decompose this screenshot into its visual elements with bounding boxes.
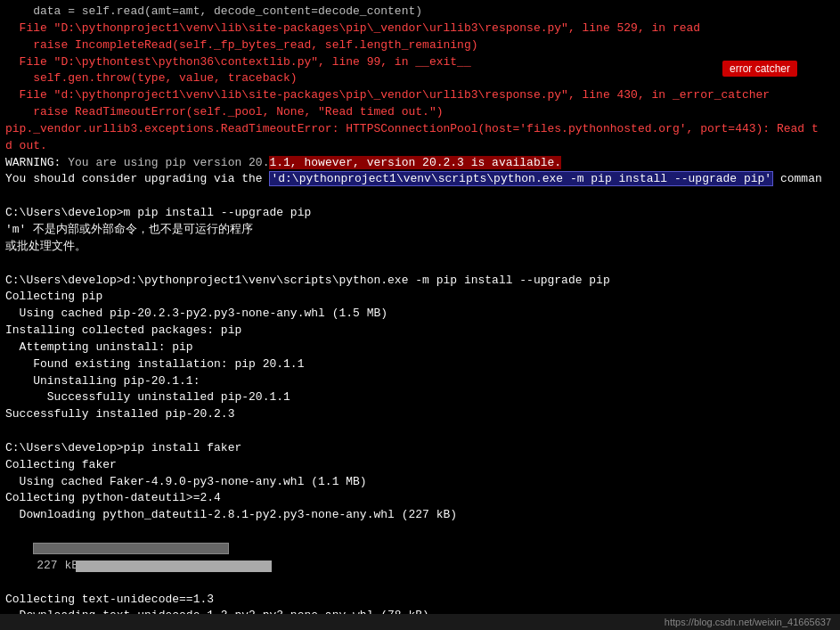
terminal-line: Found existing installation: pip 20.1.1 xyxy=(5,356,835,373)
terminal-line: d out. xyxy=(5,138,835,155)
terminal-line: Using cached pip-20.2.3-py2.py3-none-any… xyxy=(5,306,835,323)
terminal-line: Uninstalling pip-20.1.1: xyxy=(5,373,835,390)
terminal-line-warning2: You should consider upgrading via the 'd… xyxy=(5,171,835,188)
terminal-line: raise ReadTimeoutError(self._pool, None,… xyxy=(5,104,835,121)
terminal-line-warning1: WARNING: You are using pip version 20.1.… xyxy=(5,155,835,172)
terminal-line: 'm' 不是内部或外部命令，也不是可运行的程序 xyxy=(5,222,835,239)
terminal-line: Using cached Faker-4.9.0-py3-none-any.wh… xyxy=(5,474,835,491)
terminal-line: self.gen.throw(type, value, traceback) xyxy=(5,70,835,87)
terminal-line xyxy=(5,188,835,205)
terminal: error catcher data = self.read(amt=amt, … xyxy=(0,0,840,630)
terminal-line xyxy=(5,256,835,273)
terminal-line: 或批处理文件。 xyxy=(5,239,835,256)
terminal-line: Collecting pip xyxy=(5,289,835,306)
bottom-bar: https://blog.csdn.net/weixin_41665637 xyxy=(0,614,840,630)
terminal-line: C:\Users\develop>d:\pythonproject1\venv\… xyxy=(5,273,835,290)
terminal-line: Successfully uninstalled pip-20.1.1 xyxy=(5,389,835,406)
error-catcher-badge: error catcher xyxy=(722,61,797,77)
terminal-line: Attempting uninstall: pip xyxy=(5,340,835,356)
terminal-line: pip._vendor.urllib3.exceptions.ReadTimeo… xyxy=(5,121,835,138)
terminal-line: Downloading python_dateutil-2.8.1-py2.py… xyxy=(5,507,835,524)
terminal-line: File "d:\pythonproject1\venv\lib\site-pa… xyxy=(5,87,835,104)
terminal-line: C:\Users\develop>pip install faker xyxy=(5,440,835,457)
terminal-line: Successfully installed pip-20.2.3 xyxy=(5,406,835,423)
terminal-line: data = self.read(amt=amt, decode_content… xyxy=(5,4,835,20)
terminal-line: raise IncompleteRead(self._fp_bytes_read… xyxy=(5,37,835,54)
bottom-url: https://blog.csdn.net/weixin_41665637 xyxy=(665,617,831,627)
terminal-line: File "D:\pythontest\python36\contextlib.… xyxy=(5,54,835,71)
terminal-line: File "D:\pythonproject1\venv\lib\site-pa… xyxy=(5,20,835,37)
progress-bar-1: 227 kB 12 kB/s xyxy=(5,524,835,591)
terminal-line: Collecting faker xyxy=(5,457,835,474)
terminal-line: Installing collected packages: pip xyxy=(5,323,835,340)
terminal-line: Collecting text-unidecode==1.3 xyxy=(5,592,835,609)
terminal-line: C:\Users\develop>m pip install --upgrade… xyxy=(5,205,835,222)
terminal-line: Collecting python-dateutil>=2.4 xyxy=(5,490,835,507)
terminal-line xyxy=(5,423,835,440)
